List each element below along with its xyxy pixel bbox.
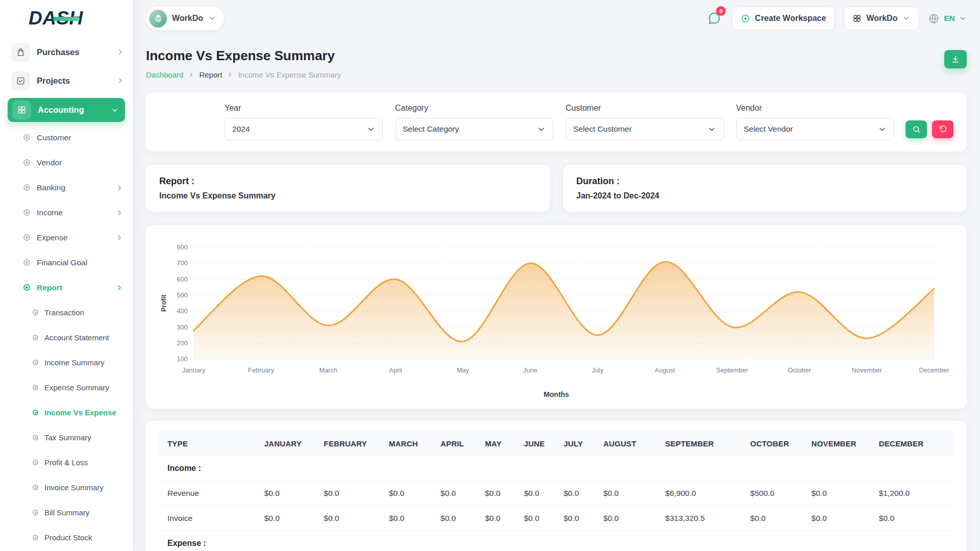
language-selector[interactable]: EN <box>928 13 967 24</box>
sidebar-item-account-statement[interactable]: Account Statement <box>0 325 133 350</box>
value-cell: $0.0 <box>385 481 436 506</box>
value-cell: $0.0 <box>520 506 559 531</box>
svg-text:800: 800 <box>177 243 187 251</box>
sidebar-item-banking[interactable]: Banking <box>0 175 133 200</box>
chevron-down-icon <box>959 15 967 22</box>
sidebar-item-customer[interactable]: Customer <box>0 125 133 150</box>
workspace-menu-label: WorkDo <box>866 14 897 23</box>
sidebar-item-income[interactable]: Income <box>0 200 133 225</box>
bullet-icon <box>33 435 38 440</box>
sidebar-item-tax-summary[interactable]: Tax Summary <box>0 425 133 450</box>
value-cell: $0.0 <box>599 506 661 531</box>
column-header-january: JANUARY <box>260 432 320 456</box>
topbar: WorkDo 0 Create Workspace WorkDo <box>133 0 980 37</box>
column-header-december: DECEMBER <box>875 432 953 456</box>
logo[interactable]: DASH <box>0 0 133 37</box>
sidebar-item-accounting[interactable]: Accounting <box>8 98 125 122</box>
customer-select[interactable]: Select Customer <box>566 118 724 140</box>
vendor-label: Vendor <box>736 104 894 113</box>
svg-text:400: 400 <box>177 307 187 315</box>
search-icon <box>912 125 921 134</box>
sidebar-item-label: Financial Goal <box>37 258 87 267</box>
workspace-switcher[interactable]: WorkDo <box>146 7 224 30</box>
sidebar-item-vendor[interactable]: Vendor <box>0 150 133 175</box>
sidebar-item-invoice-summary[interactable]: Invoice Summary <box>0 475 133 500</box>
column-header-october: OCTOBER <box>746 432 807 456</box>
year-select[interactable]: 2024 <box>225 118 383 140</box>
create-workspace-button[interactable]: Create Workspace <box>732 7 835 30</box>
category-label: Category <box>395 104 553 113</box>
chevron-right-icon <box>115 184 124 192</box>
chevron-down-icon <box>366 125 375 134</box>
sidebar-item-projects[interactable]: Projects <box>0 66 133 95</box>
breadcrumb-separator-icon <box>188 71 194 78</box>
chevron-right-icon <box>115 234 124 242</box>
sidebar-item-financial-goal[interactable]: Financial Goal <box>0 250 133 275</box>
column-header-september: SEPTEMBER <box>661 432 746 456</box>
chevron-down-icon <box>208 14 216 22</box>
bullet-icon <box>33 310 38 315</box>
chevron-down-icon <box>902 14 910 22</box>
value-cell: $0.0 <box>599 481 661 506</box>
sidebar-item-label: Profit & Loss <box>44 458 88 467</box>
chevron-right-icon <box>115 209 124 217</box>
row-type-cell: Invoice <box>159 506 260 531</box>
filter-card: Year2024CategorySelect CategoryCustomerS… <box>146 92 967 152</box>
sidebar-item-income-vs-expense[interactable]: Income Vs Expense <box>0 400 133 425</box>
sidebar-item-label: Report <box>37 283 62 292</box>
summary-table-body: Income :Revenue$0.0$0.0$0.0$0.0$0.0$0.0$… <box>159 456 953 551</box>
sidebar-item-income-summary[interactable]: Income Summary <box>0 350 133 375</box>
vendor-select[interactable]: Select Vendor <box>736 118 894 140</box>
column-header-type: TYPE <box>159 432 260 456</box>
value-cell: $0.0 <box>875 506 953 531</box>
bullet-icon <box>33 385 38 390</box>
workspace-name: WorkDo <box>172 14 203 23</box>
sidebar-item-product-stock[interactable]: Product Stock <box>0 525 133 550</box>
sidebar-item-bill-summary[interactable]: Bill Summary <box>0 500 133 525</box>
year-field: Year2024 <box>225 104 383 140</box>
profit-chart: 800700600500400300200100JanuaryFebruaryM… <box>158 238 954 389</box>
messages-button[interactable]: 0 <box>705 10 723 27</box>
app-root: DASH PurchasesProjectsAccountingCustomer… <box>0 0 980 551</box>
sidebar-item-profit-loss[interactable]: Profit & Loss <box>0 450 133 475</box>
report-info-card: Report : Income Vs Expense Summary <box>146 165 550 212</box>
sidebar-item-label: Vendor <box>37 158 62 167</box>
reset-icon <box>939 125 947 134</box>
bullet-icon <box>33 335 38 340</box>
grid-icon <box>852 14 862 23</box>
category-select[interactable]: Select Category <box>395 118 553 140</box>
svg-text:100: 100 <box>177 355 187 363</box>
globe-icon <box>928 13 940 24</box>
workspace-menu-button[interactable]: WorkDo <box>844 7 919 30</box>
download-button[interactable] <box>944 50 967 68</box>
sidebar-item-transaction[interactable]: Transaction <box>0 300 133 325</box>
section-label: Expense : <box>159 531 953 551</box>
svg-text:March: March <box>320 366 338 374</box>
svg-text:600: 600 <box>177 276 187 283</box>
sidebar-item-expense-summary[interactable]: Expense Summary <box>0 375 133 400</box>
sidebar-item-label: Banking <box>37 183 65 192</box>
value-cell: $0.0 <box>559 481 599 506</box>
reset-button[interactable] <box>932 120 953 138</box>
chevron-right-icon <box>116 77 125 85</box>
download-icon <box>951 55 960 64</box>
value-cell: $0.0 <box>436 506 481 531</box>
breadcrumb-item-dashboard[interactable]: Dashboard <box>146 70 183 79</box>
chevron-down-icon <box>537 125 546 134</box>
duration-info-value: Jan-2024 to Dec-2024 <box>576 191 953 201</box>
search-button[interactable] <box>905 120 927 138</box>
sidebar-item-purchases[interactable]: Purchases <box>0 38 133 66</box>
year-label: Year <box>225 104 383 113</box>
vendor-select-value: Select Vendor <box>744 124 793 134</box>
breadcrumb-item-income-vs-expense-summary: Income Vs Expense Summary <box>238 70 341 79</box>
sidebar-item-expense[interactable]: Expense <box>0 225 133 250</box>
sidebar-item-label: Income Vs Expense <box>44 408 116 417</box>
sidebar-item-report[interactable]: Report <box>0 275 133 300</box>
logo-dash-icon <box>53 17 80 21</box>
value-cell: $0.0 <box>746 506 807 531</box>
column-header-june: JUNE <box>520 432 559 456</box>
sidebar-item-label: Income <box>37 208 63 217</box>
create-workspace-label: Create Workspace <box>755 14 826 23</box>
bullet-icon <box>33 360 38 365</box>
bullet-icon <box>23 184 30 191</box>
